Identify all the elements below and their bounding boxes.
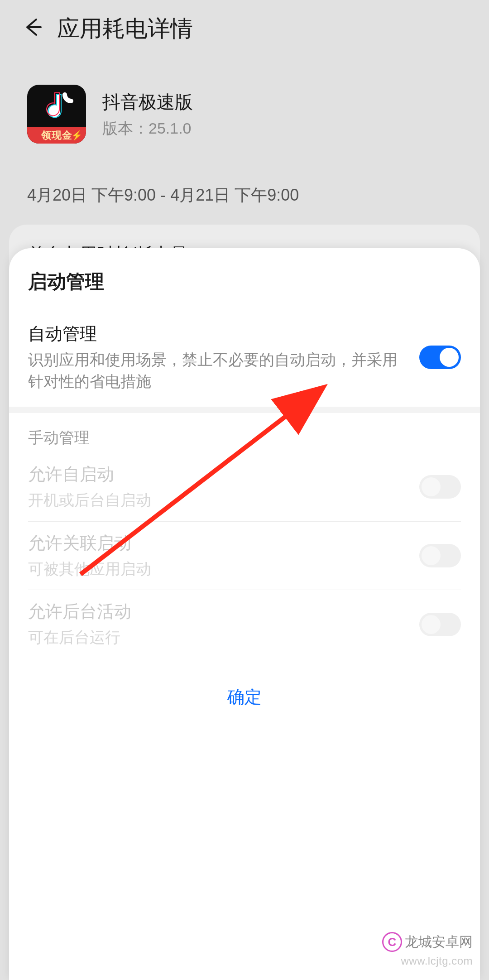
confirm-button[interactable]: 确定	[227, 687, 262, 706]
auto-manage-row[interactable]: 自动管理 识别应用和使用场景，禁止不必要的自动启动，并采用针对性的省电措施	[9, 312, 480, 402]
page-title: 应用耗电详情	[57, 14, 193, 44]
allow-background-row: 允许后台活动 可在后台运行	[9, 590, 480, 658]
app-name: 抖音极速版	[102, 90, 193, 115]
watermark-url: www.lcjtg.com	[401, 955, 473, 967]
allow-linked-start-toggle	[419, 544, 461, 567]
manual-manage-label: 手动管理	[9, 420, 480, 453]
auto-manage-title: 自动管理	[28, 322, 406, 346]
allow-auto-start-toggle	[419, 475, 461, 499]
watermark-badge-icon: C	[382, 932, 402, 952]
allow-auto-start-desc: 开机或后台自启动	[28, 490, 406, 511]
auto-manage-desc: 识别应用和使用场景，禁止不必要的自动启动，并采用针对性的省电措施	[28, 349, 406, 392]
allow-background-desc: 可在后台运行	[28, 627, 406, 649]
watermark: C 龙城安卓网	[382, 932, 473, 952]
allow-linked-start-desc: 可被其他应用启动	[28, 558, 406, 580]
allow-auto-start-title: 允许自启动	[28, 463, 406, 486]
app-icon: 领现金 ⚡	[27, 85, 86, 144]
back-button[interactable]	[23, 15, 43, 43]
auto-manage-toggle[interactable]	[419, 346, 461, 369]
allow-linked-start-row: 允许关联启动 可被其他应用启动	[9, 522, 480, 590]
sheet-title: 启动管理	[9, 266, 480, 312]
allow-background-title: 允许后台活动	[28, 600, 406, 623]
app-version: 版本：25.1.0	[102, 118, 193, 139]
launch-management-sheet: 启动管理 自动管理 识别应用和使用场景，禁止不必要的自动启动，并采用针对性的省电…	[9, 248, 480, 980]
allow-auto-start-row: 允许自启动 开机或后台自启动	[9, 453, 480, 521]
watermark-label: 龙城安卓网	[405, 933, 473, 951]
date-range: 4月20日 下午9:00 - 4月21日 下午9:00	[0, 157, 489, 216]
allow-linked-start-title: 允许关联启动	[28, 532, 406, 555]
allow-background-toggle	[419, 613, 461, 636]
bolt-icon: ⚡	[71, 130, 82, 141]
